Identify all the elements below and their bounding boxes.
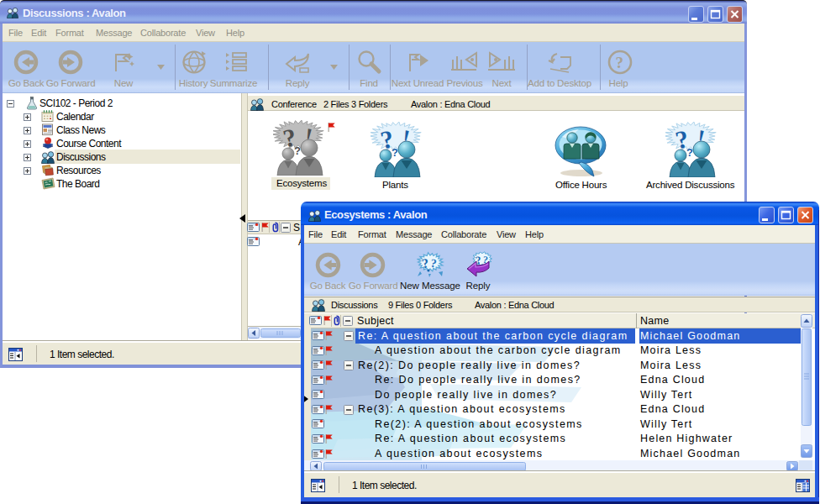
svg-text:?: ?: [392, 146, 398, 159]
svg-text:?: ?: [616, 54, 624, 71]
svg-text:?: ?: [686, 146, 693, 159]
svg-text:?: ?: [294, 144, 301, 157]
